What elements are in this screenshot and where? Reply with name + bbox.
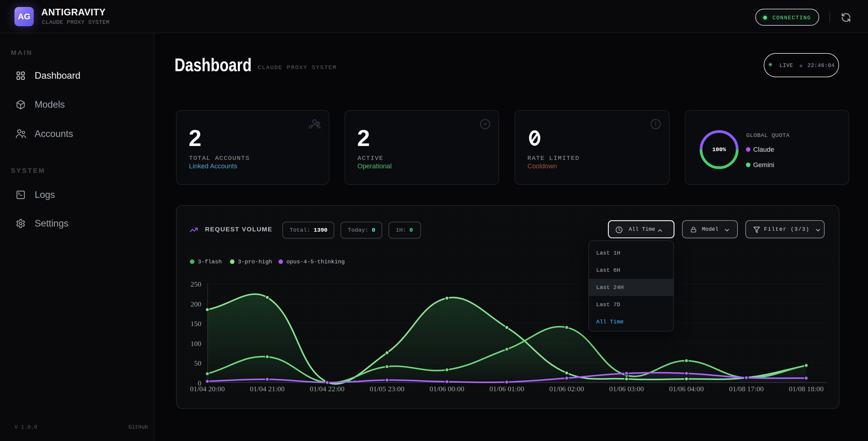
svg-text:01/06 03:00: 01/06 03:00 <box>609 385 644 393</box>
svg-text:100: 100 <box>190 340 201 348</box>
svg-text:01/04 21:00: 01/04 21:00 <box>250 385 284 393</box>
svg-text:01/08 17:00: 01/08 17:00 <box>729 385 764 393</box>
svg-text:01/04 22:00: 01/04 22:00 <box>310 385 344 393</box>
svg-text:200: 200 <box>190 300 201 308</box>
svg-text:50: 50 <box>194 359 201 367</box>
svg-text:01/08 18:00: 01/08 18:00 <box>789 385 824 393</box>
svg-text:01/06 01:00: 01/06 01:00 <box>490 385 524 393</box>
svg-text:150: 150 <box>190 320 201 328</box>
svg-text:01/06 04:00: 01/06 04:00 <box>669 385 704 393</box>
svg-text:01/06 00:00: 01/06 00:00 <box>430 385 464 393</box>
svg-text:01/04 20:00: 01/04 20:00 <box>190 385 224 393</box>
svg-text:250: 250 <box>190 280 201 288</box>
svg-text:01/05 23:00: 01/05 23:00 <box>370 385 404 393</box>
svg-text:01/06 02:00: 01/06 02:00 <box>550 385 584 393</box>
